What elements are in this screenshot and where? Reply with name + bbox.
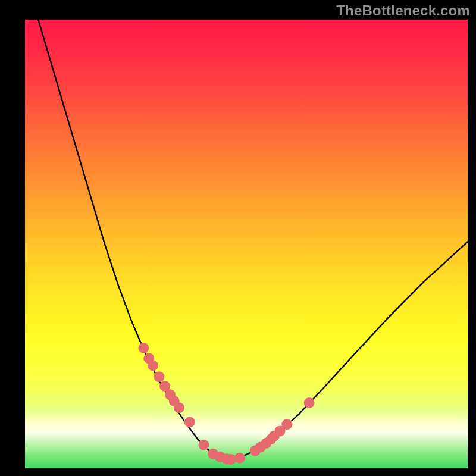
curve-path: [38, 20, 468, 459]
marker-point: [234, 453, 245, 464]
marker-point: [154, 371, 164, 382]
chart-frame: TheBottleneck.com: [0, 0, 476, 476]
watermark-text: TheBottleneck.com: [336, 2, 470, 19]
marker-point: [138, 343, 149, 353]
marker-point: [174, 402, 184, 413]
marker-point: [281, 419, 292, 430]
marker-point: [184, 416, 195, 427]
chart-overlay: [25, 20, 468, 468]
marker-point: [199, 440, 209, 450]
marker-point: [148, 360, 158, 371]
scatter-markers: [138, 343, 314, 465]
marker-point: [304, 397, 315, 408]
curve-series: [38, 20, 468, 459]
